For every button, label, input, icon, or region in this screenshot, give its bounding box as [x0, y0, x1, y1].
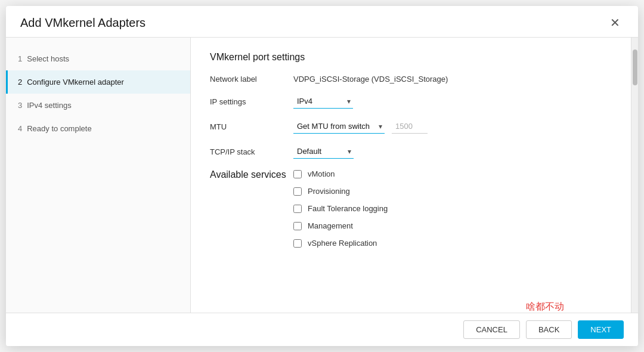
available-services-title: Available services [210, 169, 293, 180]
step-1-label: Select hosts [27, 54, 69, 63]
tcpip-select-wrapper: Default vMotion Provisioning [293, 144, 354, 159]
fault-tolerance-checkbox[interactable] [293, 205, 302, 213]
mtu-row: MTU Get MTU from switch Custom [210, 119, 612, 134]
available-services-section: Available services vMotion Provisioning [210, 169, 612, 248]
step-4-num: 4 [18, 124, 22, 133]
management-checkbox-row: Management [293, 221, 388, 230]
dialog-header: Add VMkernel Adapters ✕ [6, 6, 638, 38]
management-label: Management [308, 221, 353, 230]
fault-tolerance-checkbox-row: Fault Tolerance logging [293, 204, 388, 213]
tcpip-label: TCP/IP stack [210, 147, 293, 156]
fault-tolerance-label: Fault Tolerance logging [308, 204, 388, 213]
sidebar-item-ready-to-complete[interactable]: 4 Ready to complete [6, 117, 190, 140]
ip-settings-row: IP settings IPv4 IPv6 [210, 94, 612, 109]
vsphere-replication-label: vSphere Replication [308, 239, 377, 248]
next-button[interactable]: NEXT [578, 320, 624, 339]
provisioning-checkbox[interactable] [293, 187, 302, 196]
mtu-input[interactable] [392, 119, 428, 134]
step-4-label: Ready to complete [27, 124, 91, 133]
step-2-num: 2 [18, 78, 22, 87]
step-1-num: 1 [18, 54, 22, 63]
vmotion-label: vMotion [308, 169, 335, 178]
mtu-select[interactable]: Get MTU from switch Custom [293, 119, 385, 134]
management-checkbox[interactable] [293, 222, 302, 230]
sidebar-item-configure-vmkernel[interactable]: 2 Configure VMkernel adapter [6, 70, 190, 94]
annotation-text: 啥都不动 [526, 301, 564, 313]
provisioning-checkbox-row: Provisioning [293, 187, 388, 196]
scrollbar-track[interactable] [631, 38, 638, 313]
dialog-footer: CANCEL BACK NEXT [6, 313, 638, 346]
step-3-label: IPv4 settings [27, 101, 71, 110]
back-button[interactable]: BACK [526, 320, 572, 339]
vmotion-checkbox-row: vMotion [293, 169, 388, 178]
network-label-key: Network label [210, 75, 293, 84]
tcpip-row: TCP/IP stack Default vMotion Provisionin… [210, 144, 612, 159]
network-label-value: VDPG_iSCSI-Storage (VDS_iSCSI_Storage) [293, 75, 448, 84]
dialog-body: 1 Select hosts 2 Configure VMkernel adap… [6, 38, 638, 313]
cancel-button[interactable]: CANCEL [463, 320, 520, 339]
step-2-label: Configure VMkernel adapter [27, 78, 124, 87]
add-vmkernel-dialog: Add VMkernel Adapters ✕ 1 Select hosts 2… [6, 6, 638, 346]
sidebar-item-ipv4-settings[interactable]: 3 IPv4 settings [6, 94, 190, 117]
ip-settings-select-wrapper: IPv4 IPv6 [293, 94, 353, 109]
sidebar: 1 Select hosts 2 Configure VMkernel adap… [6, 38, 191, 313]
step-3-num: 3 [18, 101, 22, 110]
vsphere-replication-checkbox[interactable] [293, 239, 302, 248]
mtu-label: MTU [210, 122, 293, 131]
scrollbar-thumb[interactable] [633, 50, 637, 85]
ip-settings-label: IP settings [210, 97, 293, 106]
mtu-select-wrapper: Get MTU from switch Custom [293, 119, 385, 134]
sidebar-item-select-hosts[interactable]: 1 Select hosts [6, 47, 190, 70]
vsphere-replication-checkbox-row: vSphere Replication [293, 239, 388, 248]
vmotion-checkbox[interactable] [293, 170, 302, 178]
provisioning-label: Provisioning [308, 187, 350, 196]
dialog-title: Add VMkernel Adapters [20, 16, 145, 30]
ip-settings-select[interactable]: IPv4 IPv6 [293, 94, 353, 109]
close-button[interactable]: ✕ [606, 16, 624, 30]
services-checkboxes: vMotion Provisioning Fault Tolerance log… [293, 169, 388, 248]
page-title: VMkernel port settings [210, 52, 612, 63]
tcpip-select[interactable]: Default vMotion Provisioning [293, 144, 354, 159]
main-content: VMkernel port settings Network label VDP… [191, 38, 631, 313]
network-label-row: Network label VDPG_iSCSI-Storage (VDS_iS… [210, 75, 612, 84]
